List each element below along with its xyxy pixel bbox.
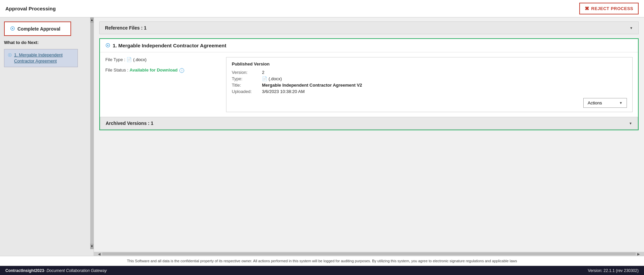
h-scroll-track[interactable]	[102, 253, 636, 255]
document-title: ☉ 1. Mergable Independent Contractor Agr…	[100, 39, 638, 52]
what-to-do-label: What to do Next:	[4, 40, 90, 45]
uploaded-value: 3/6/2023 10:38:20 AM	[262, 89, 305, 94]
complete-approval-check-icon: ☉	[10, 26, 15, 32]
file-type-icon: 📄	[126, 57, 132, 62]
file-info-panel: File Type : 📄 (.docx) File Status : Avai…	[105, 57, 219, 112]
published-version-title: Published Version	[232, 61, 627, 66]
footer: This Software and all data is the confid…	[0, 256, 644, 275]
info-circle-icon[interactable]: i	[179, 68, 184, 73]
footer-app-subtitle: Document Collaboration Gateway	[47, 268, 107, 273]
archived-versions-header[interactable]: Archived Versions : 1 ▼	[100, 117, 638, 130]
archived-chevron-icon: ▼	[629, 122, 632, 125]
version-row: Version: 2	[232, 70, 627, 75]
type-value: 📄 (.docx)	[262, 76, 282, 81]
next-item-link[interactable]: 1. Mergable Independent Contractor Agree…	[14, 52, 74, 64]
actions-chevron-icon: ▼	[619, 101, 623, 105]
title-field-value: Mergable Independent Contractor Agreemen…	[262, 83, 362, 88]
h-scroll-left-arrow[interactable]: ◀	[97, 252, 102, 256]
type-label: Type:	[232, 76, 262, 81]
file-status-label: File Status :	[105, 67, 128, 73]
archived-versions-label: Archived Versions : 1	[106, 121, 153, 126]
file-type-ext: (.docx)	[133, 57, 147, 62]
next-item-card: ☉ 1. Mergable Independent Contractor Agr…	[4, 49, 78, 67]
title-field-label: Title:	[232, 83, 262, 88]
next-item-check-icon: ☉	[8, 52, 12, 58]
reject-icon: ✖	[585, 5, 589, 12]
sidebar-scroll-up[interactable]: ▲	[90, 17, 94, 23]
type-row: Type: 📄 (.docx)	[232, 76, 627, 81]
title-row: Title: Mergable Independent Contractor A…	[232, 83, 627, 88]
uploaded-row: Uploaded: 3/6/2023 10:38:20 AM	[232, 89, 627, 94]
file-status-value: Available for Download	[129, 67, 177, 73]
complete-approval-label: Complete Approval	[17, 26, 60, 32]
document-card: ☉ 1. Mergable Independent Contractor Agr…	[99, 38, 639, 130]
document-title-text: 1. Mergable Independent Contractor Agree…	[113, 43, 226, 48]
sidebar-scroll-down[interactable]: ▼	[90, 244, 94, 249]
published-version-panel: Published Version Version: 2 Type: 📄 (.d	[226, 57, 633, 112]
footer-app-name: ContractInsight2023- Document Collaborat…	[5, 268, 107, 273]
reference-files-label: Reference Files : 1	[105, 25, 147, 31]
file-status-row: File Status : Available for Download i	[105, 67, 219, 73]
reject-process-button[interactable]: ✖ REJECT PROCESS	[579, 3, 639, 14]
reject-process-label: REJECT PROCESS	[591, 6, 633, 11]
file-type-label: File Type :	[105, 57, 125, 62]
uploaded-label: Uploaded:	[232, 89, 262, 94]
version-value: 2	[262, 70, 264, 75]
h-scroll-right-arrow[interactable]: ▶	[636, 252, 641, 256]
actions-dropdown-container: Actions ▼	[232, 98, 627, 108]
footer-version: Version: 22.1.1 (rev 230302)	[588, 268, 639, 273]
app-title: Approval Processing	[5, 6, 56, 11]
type-file-icon: 📄	[262, 76, 267, 81]
actions-button[interactable]: Actions ▼	[583, 98, 627, 108]
complete-approval-button[interactable]: ☉ Complete Approval	[4, 21, 71, 36]
footer-app-info: ContractInsight2023- Document Collaborat…	[5, 268, 107, 273]
version-label: Version:	[232, 70, 262, 75]
footer-notice: This Software and all data is the confid…	[0, 256, 644, 266]
footer-bar: ContractInsight2023- Document Collaborat…	[0, 266, 644, 275]
reference-files-header[interactable]: Reference Files : 1 ▼	[99, 21, 639, 34]
type-ext: (.docx)	[269, 76, 282, 81]
file-type-row: File Type : 📄 (.docx)	[105, 57, 219, 62]
horizontal-scrollbar[interactable]: ◀ ▶	[94, 252, 644, 256]
actions-label: Actions	[588, 100, 602, 105]
document-check-icon: ☉	[105, 42, 110, 49]
version-table: Version: 2 Type: 📄 (.docx)	[232, 70, 627, 94]
reference-files-chevron: ▼	[630, 26, 633, 30]
